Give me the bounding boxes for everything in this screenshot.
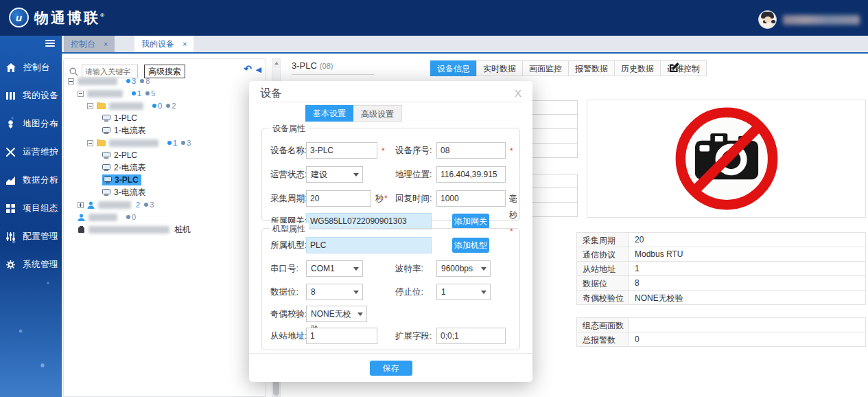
sidebar-item-system[interactable]: 系统管理 ‹ [0, 251, 62, 279]
scrollbar-up-icon[interactable] [272, 59, 280, 68]
device-name-input[interactable] [306, 142, 377, 159]
tree-node-device[interactable]: 3-电流表 [64, 186, 265, 198]
tab-screen-monitor[interactable]: 画面监控 [522, 60, 569, 76]
com-port-label: 串口号: [270, 260, 298, 277]
data-bits-select[interactable]: 8 [306, 284, 363, 300]
close-tab-icon[interactable]: × [104, 40, 108, 48]
operation-status-select[interactable]: 建设 [306, 166, 363, 183]
tree-node-device[interactable]: 2-PLC [64, 149, 265, 161]
tab-basic-settings[interactable]: 基本设置 [305, 105, 353, 122]
edit-device-icon[interactable] [668, 62, 680, 76]
tree-node-folder[interactable]: 1 3 [64, 137, 265, 149]
tree-node-group[interactable]: 1 5 [64, 87, 265, 100]
baud-rate-select[interactable]: 9600bps [436, 260, 491, 277]
baud-rate-label: 波特率: [395, 260, 423, 277]
undo-icon[interactable]: ↶ [244, 63, 252, 74]
chevron-left-icon: ‹ [55, 260, 58, 270]
sidebar-item-map[interactable]: 地图分布 ‹ [0, 110, 62, 138]
tree-node-device[interactable]: 1-电流表 [64, 124, 265, 137]
expand-node-icon[interactable] [78, 202, 84, 208]
collapse-node-icon[interactable] [87, 103, 93, 109]
device-serial-label: 设备序号: [395, 142, 432, 159]
online-count-dot [152, 104, 156, 108]
tab-console[interactable]: 控制台× [64, 36, 115, 52]
sidebar-item-my-devices[interactable]: 我的设备 [0, 82, 62, 110]
tree-tools: ↶ ◀ [244, 63, 261, 75]
online-count-dot [126, 79, 130, 83]
tree-node-user-group[interactable]: 0 [64, 211, 265, 223]
location-input[interactable] [436, 166, 506, 183]
tree-node-user-group[interactable]: 2 3 [64, 198, 265, 211]
device-stats-table: 组态画面数 总报警数0 [576, 317, 866, 347]
collapse-node-icon[interactable] [68, 78, 74, 84]
sidebar-item-config[interactable]: 配置管理 ‹ [0, 223, 62, 251]
map-pin-icon [6, 120, 15, 128]
sidebar-item-project-scada[interactable]: 项目组态 [0, 194, 62, 223]
tab-advanced-settings[interactable]: 高级设置 [353, 105, 402, 122]
tab-realtime-data[interactable]: 实时数据 [476, 60, 523, 76]
fieldset-legend: 机型属性 [269, 223, 309, 235]
device-icon [102, 189, 110, 196]
com-port-select[interactable]: COM1 [306, 260, 363, 277]
window-tab-bar: 控制台× 我的设备× [62, 36, 868, 54]
collapse-node-icon[interactable] [87, 140, 93, 146]
device-attributes-fieldset: 设备属性 设备名称: * 设备序号: * 运营状态: 建设 地理位置: 采集周期… [261, 128, 520, 221]
brand-name: 物通博联® [34, 8, 106, 27]
add-gateway-button[interactable]: 添加网关 [452, 214, 489, 229]
form-row: 奇偶校验: NONE无校验 [262, 306, 519, 322]
required-mark: * [384, 194, 388, 203]
save-button[interactable]: 保存 [370, 361, 412, 376]
table-row: 数据位8 [576, 276, 866, 291]
tree-node-machine[interactable]: 桩机 [64, 223, 265, 236]
tab-device-info[interactable]: 设备信息 [430, 60, 477, 76]
form-row: 所属机型: 添加机型 [262, 237, 519, 253]
app-root: u 物通博联® 控制台 我的设备 地图分布 ‹ [0, 0, 868, 397]
extended-field-input[interactable] [436, 328, 506, 344]
slave-address-input[interactable] [306, 328, 377, 344]
parity-select[interactable]: NONE无校验 [306, 306, 367, 322]
slave-address-label: 从站地址: [270, 328, 307, 344]
device-name-label: 设备名称: [270, 142, 307, 159]
tab-ops-control[interactable]: 运维控制 [660, 60, 707, 76]
tree-node-root[interactable]: 3 8 [64, 75, 265, 87]
tab-history-data[interactable]: 历史数据 [614, 60, 661, 76]
tab-my-devices[interactable]: 我的设备× [134, 36, 193, 52]
tree-node-device-selected[interactable]: 3-PLC [64, 174, 265, 186]
gateway-input[interactable] [306, 213, 432, 229]
tab-alarm-data[interactable]: 报警数据 [568, 60, 615, 76]
tree-node-device[interactable]: 1-PLC [64, 112, 265, 124]
user-avatar[interactable] [758, 10, 777, 29]
reply-time-input[interactable] [436, 190, 506, 207]
redacted-node-label [89, 226, 169, 234]
total-count-dot [140, 79, 144, 83]
device-icon [102, 115, 110, 122]
collapse-node-icon[interactable] [78, 91, 84, 97]
collapse-panel-icon[interactable]: ◀ [256, 65, 261, 73]
home-icon [6, 63, 16, 72]
sidebar-item-maintenance[interactable]: 运营维护 ‹ [0, 138, 62, 166]
tree-node-folder[interactable]: 0 2 [64, 100, 265, 112]
extended-field-label: 扩展字段: [395, 328, 432, 344]
sidebar-item-analytics[interactable]: 数据分析 ‹ [0, 166, 62, 194]
model-attributes-fieldset: 机型属性 所属机型: 添加机型 串口号: COM1 波特率: 9600bps 数… [261, 228, 520, 350]
selected-highlight: 3-PLC [102, 174, 141, 185]
collect-period-input[interactable] [306, 190, 371, 207]
sidebar-item-console[interactable]: 控制台 [0, 54, 62, 82]
table-row: 从站地址1 [576, 262, 866, 276]
modal-footer: 保存 [249, 353, 532, 382]
add-model-button[interactable]: 添加机型 [452, 238, 489, 253]
total-count-dot [144, 203, 148, 207]
menu-toggle-icon[interactable] [45, 40, 55, 47]
close-tab-icon[interactable]: × [183, 40, 187, 48]
device-serial-input[interactable] [436, 142, 506, 159]
form-row: 设备名称: * 设备序号: * [262, 142, 519, 159]
close-icon[interactable]: X [515, 87, 521, 99]
redacted-node-label [109, 102, 143, 110]
model-input[interactable] [306, 237, 432, 253]
total-count-dot [166, 104, 170, 108]
user-box[interactable] [758, 10, 860, 29]
tree-node-device[interactable]: 2-电流表 [64, 161, 265, 174]
model-label: 所属机型: [270, 237, 307, 253]
stop-bits-select[interactable]: 1 [436, 284, 491, 300]
operation-status-label: 运营状态: [270, 166, 307, 183]
